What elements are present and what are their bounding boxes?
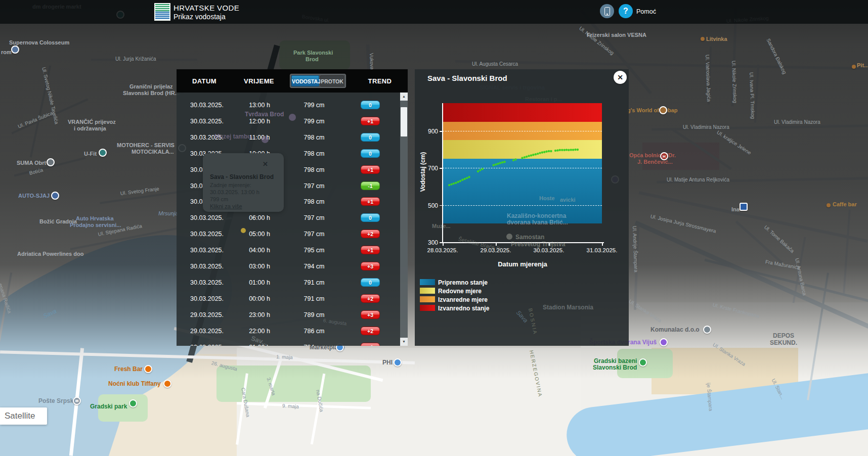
row-time: 00:00 h xyxy=(249,295,270,302)
trend-badge: 0 xyxy=(361,149,380,158)
tab-vodostaj[interactable]: VODOSTAJ xyxy=(291,75,319,86)
row-value: 797 cm xyxy=(304,183,325,190)
row-value: 799 cm xyxy=(304,118,325,125)
scrollbar-thumb[interactable] xyxy=(401,107,407,136)
map-label: Brod xyxy=(306,57,319,62)
app-title: HRVATSKE VODE xyxy=(173,4,239,12)
map-label: PHI xyxy=(382,359,393,366)
trend-badge: +2 xyxy=(361,230,380,238)
row-date: 30.03.2025. xyxy=(190,295,224,302)
column-trend: TREND xyxy=(368,77,392,85)
map-label: Ul. Andrije Štampara xyxy=(632,226,638,272)
row-value: 799 cm xyxy=(304,102,325,109)
x-tick-label: 28.03.2025. xyxy=(427,247,458,253)
map-ghost-label: Presvetog Trojstva xyxy=(511,241,565,247)
table-row[interactable]: 30.03.2025.12:00 h799 cm+1 xyxy=(177,116,400,126)
table-row[interactable]: 30.03.2025.06:00 h797 cm0 xyxy=(177,213,400,223)
scroll-up-icon[interactable]: ▲ xyxy=(400,93,408,101)
map-ghost-marker-icon xyxy=(262,136,269,143)
map-label: Opća bolnica "Dr. xyxy=(629,153,676,158)
row-date: 30.03.2025. xyxy=(190,118,224,125)
y-tick-label: 900 xyxy=(421,128,438,135)
map-label: VRANČIĆ prijevoz xyxy=(68,119,116,125)
row-time: 04:00 h xyxy=(249,247,270,254)
satellite-button[interactable]: Satellite xyxy=(0,407,47,425)
map-ghost-label: avicki xyxy=(560,197,576,203)
help-label[interactable]: Pomoć xyxy=(636,8,656,15)
row-time: 13:00 h xyxy=(249,102,270,109)
table-row[interactable]: 30.03.2025.13:00 h799 cm0 xyxy=(177,100,400,110)
y-tick-label: 700 xyxy=(421,165,438,172)
map-label: Gradski park xyxy=(90,403,127,409)
table-row[interactable]: 30.03.2025.11:00 h798 cm0 xyxy=(177,132,400,143)
column-datum: DATUM xyxy=(192,77,216,85)
popup-value: 799 cm xyxy=(210,196,228,202)
map-label: Slavonski Brod xyxy=(593,364,637,371)
map-label: Ul. Vladimira Nazora xyxy=(774,120,820,125)
station-map-popup: ✕ Sava - Slavonski Brod Zadnje mjerenje:… xyxy=(203,153,284,212)
table-row[interactable]: 29.03.2025.23:00 h789 cm+3 xyxy=(177,310,400,320)
map-poi-marker-icon xyxy=(852,65,856,69)
table-row[interactable]: 29.03.2025.21:00 h784 cm+1 xyxy=(177,342,400,346)
map-label: Ul. Jurja Križanića xyxy=(115,57,156,62)
map-label: Pošte Srpske xyxy=(38,398,77,404)
map-label: AUTO-SJAJ xyxy=(18,193,50,199)
x-tick-mark xyxy=(443,243,444,246)
map-road xyxy=(735,220,783,263)
legend-swatch-icon xyxy=(420,279,435,285)
x-tick-label: 30.03.2025. xyxy=(534,247,565,253)
table-row[interactable]: 30.03.2025.01:00 h791 cm0 xyxy=(177,278,400,288)
map-label: Pit... xyxy=(857,63,868,68)
map-poi-marker-icon xyxy=(639,358,647,367)
row-value: 798 cm xyxy=(304,150,325,157)
row-time: 05:00 h xyxy=(249,231,270,238)
map-poi-marker-icon xyxy=(129,399,137,407)
row-date: 30.03.2025. xyxy=(190,231,224,238)
map-label: Ul. Augusta Cesarca xyxy=(472,62,518,67)
table-row[interactable]: 30.03.2025.00:00 h791 cm+2 xyxy=(177,294,400,304)
x-tick-label: 31.03.2025. xyxy=(587,247,618,253)
map-poi-marker-icon xyxy=(659,106,667,114)
mobile-app-icon[interactable] xyxy=(600,4,614,18)
hrvatske-vode-logo-icon xyxy=(154,3,170,21)
row-date: 29.03.2025. xyxy=(190,344,224,346)
y-tick-label: 300 xyxy=(421,239,438,246)
row-value: 786 cm xyxy=(304,328,325,335)
map-ghost-marker-icon xyxy=(289,114,296,121)
row-value: 798 cm xyxy=(304,166,325,173)
map-label: J. Benčević... xyxy=(637,159,673,165)
popup-close-icon[interactable]: ✕ xyxy=(263,160,268,168)
map-label: 1. maja xyxy=(276,354,293,360)
chart-x-axis-label: Datum mjerenja xyxy=(498,260,547,268)
legend-swatch-icon xyxy=(420,296,435,302)
phone-glyph-icon xyxy=(604,7,610,16)
trend-badge: 0 xyxy=(361,213,380,222)
help-icon[interactable]: ? xyxy=(619,4,633,18)
table-row[interactable]: 30.03.2025.03:00 h794 cm+3 xyxy=(177,261,400,271)
row-date: 29.03.2025. xyxy=(190,328,224,335)
tab-protok[interactable]: PROTOK xyxy=(320,75,344,86)
popup-more-link[interactable]: Klikni za više xyxy=(210,203,242,209)
popup-datetime: 30.03.2025. 13:00 h xyxy=(210,189,259,195)
map-label: MOTOHERC - SERVIS xyxy=(117,143,175,148)
map-label: Frizerski salon VESNA xyxy=(587,32,646,38)
trend-badge: +1 xyxy=(361,343,380,346)
row-date: 30.03.2025. xyxy=(190,279,224,286)
map-label: Ul. Vladimira Nazora xyxy=(683,125,729,130)
row-time: 12:00 h xyxy=(249,118,270,125)
table-row[interactable]: 29.03.2025.22:00 h786 cm+2 xyxy=(177,326,400,336)
selected-station-dot-icon xyxy=(241,228,246,233)
table-row[interactable]: 30.03.2025.04:00 h795 cm+1 xyxy=(177,245,400,255)
row-time: 22:00 h xyxy=(249,328,270,335)
table-row[interactable]: 30.03.2025.05:00 h797 cm+2 xyxy=(177,229,400,239)
map-poi-marker-icon: H xyxy=(660,152,668,160)
chart-close-button[interactable]: ✕ xyxy=(614,71,627,84)
legend-swatch-icon xyxy=(420,305,435,311)
map-poi-marker-icon xyxy=(47,158,55,166)
map-label: SEKUND. xyxy=(770,340,797,346)
app-header: HRVATSKE VODE Prikaz vodostaja ? Pomoć xyxy=(0,0,868,24)
scroll-down-icon[interactable]: ▼ xyxy=(400,338,408,346)
map-label: Ul. Nikole Zrinskog xyxy=(731,61,737,103)
table-scrollbar[interactable]: ▲ ▼ xyxy=(400,93,408,346)
map-label: Sandora Đalskog xyxy=(766,38,788,75)
